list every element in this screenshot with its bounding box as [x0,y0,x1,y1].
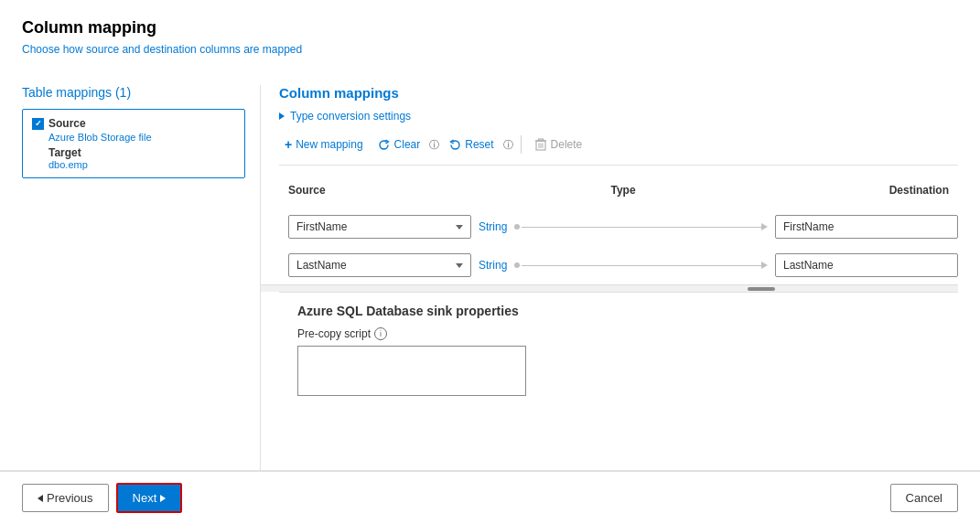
connector-line [522,227,761,228]
destination-lastname: LastName [775,253,958,277]
clear-info-icon[interactable]: ⓘ [429,138,439,152]
plus-icon: + [285,137,292,152]
arrow-line [514,262,768,269]
source-select-lastname[interactable]: LastName [288,253,471,277]
table-mapping-item[interactable]: ✓ Source Azure Blob Storage file Target … [22,109,245,178]
right-panel: Column mappings Type conversion settings… [260,85,958,470]
table-header: Source Type Destination [279,178,958,202]
toolbar-separator [521,135,522,154]
left-panel: Table mappings (1) ✓ Source Azure Blob S… [22,85,260,470]
delete-button[interactable]: Delete [529,134,588,155]
scroll-thumb [748,287,775,291]
main-content: Table mappings (1) ✓ Source Azure Blob S… [0,67,980,470]
type-conversion-row[interactable]: Type conversion settings [279,110,958,123]
target-label: Target [48,146,235,159]
pre-copy-info-icon[interactable]: i [374,327,387,340]
page-subtitle: Choose how source and destination column… [22,43,958,56]
table-row: LastName String LastName [279,246,958,284]
arrow-line [514,223,768,230]
mapping-source-row: ✓ Source [32,117,235,130]
trash-icon [534,138,547,151]
new-mapping-button[interactable]: + New mapping [279,134,369,155]
destination-firstname: FirstName [775,215,958,239]
type-conversion-label: Type conversion settings [290,110,411,123]
reset-button[interactable]: Reset [443,134,499,155]
chevron-left-icon [38,495,43,502]
pre-copy-label-row: Pre-copy script i [297,327,940,340]
type-header: Type [479,184,768,197]
select-chevron-icon [456,225,463,230]
page-header: Column mapping Choose how source and des… [0,0,980,67]
arrow-circle [514,262,520,268]
footer: Previous Next Cancel [0,470,980,524]
type-label: String [479,259,507,272]
cancel-button[interactable]: Cancel [890,484,958,512]
table-row: FirstName String FirstName [279,208,958,246]
toolbar: + New mapping Clear ⓘ Reset ⓘ [279,134,958,166]
pre-copy-label: Pre-copy script [297,327,371,340]
pre-copy-script-input[interactable] [297,346,526,396]
source-header: Source [288,184,471,197]
previous-button[interactable]: Previous [22,484,109,512]
select-chevron-icon [456,263,463,268]
next-button[interactable]: Next [116,483,183,513]
type-conversion-chevron [279,112,285,120]
arrow-head-icon [761,223,768,230]
arrow-circle [514,224,520,230]
source-sub: Azure Blob Storage file [48,132,235,143]
target-value: dbo.emp [48,159,235,170]
reset-info-icon[interactable]: ⓘ [503,138,513,152]
page-title: Column mapping [22,18,958,37]
svg-rect-2 [538,139,543,141]
source-select-firstname[interactable]: FirstName [288,215,471,239]
source-select-value: LastName [296,259,450,272]
connector-line [522,265,761,266]
clear-button[interactable]: Clear [372,134,426,155]
reset-icon [448,138,461,151]
clear-refresh-icon [378,138,391,151]
page-container: Column mapping Choose how source and des… [0,0,980,524]
table-mappings-title: Table mappings (1) [22,85,245,100]
scroll-divider [261,284,958,292]
footer-left: Previous Next [22,483,182,513]
arrow-head-icon [761,262,768,269]
chevron-right-icon [160,495,166,502]
column-mappings-title: Column mappings [279,85,958,101]
source-checkbox[interactable]: ✓ [32,118,44,130]
mappings-scroll-area: FirstName String FirstName [279,208,958,284]
type-label: String [479,220,507,233]
bottom-section: Azure SQL Database sink properties Pre-c… [279,292,958,410]
destination-header: Destination [775,184,958,197]
source-select-value: FirstName [296,220,450,233]
sink-properties-title: Azure SQL Database sink properties [297,304,940,318]
